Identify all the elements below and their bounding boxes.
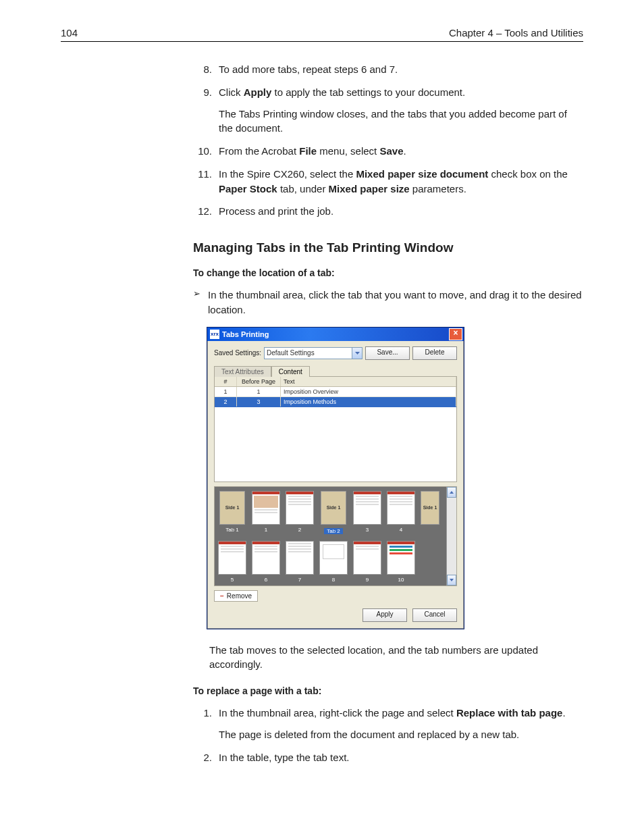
step-subparagraph: The Tabs Printing window closes, and the… (219, 107, 583, 136)
close-icon[interactable]: × (449, 328, 462, 340)
thumbnail-page[interactable]: 6 (251, 541, 281, 583)
thumbnail-page[interactable]: 10 (386, 541, 416, 583)
thumbnail-page[interactable]: 1 (251, 491, 281, 534)
tab-content[interactable]: Content (271, 366, 310, 377)
step-number: 8. (193, 62, 219, 77)
document-page: 104 Chapter 4 – Tools and Utilities 8. T… (0, 0, 644, 834)
step-text: In the thumbnail area, right-click the p… (219, 706, 583, 742)
scroll-up-icon[interactable] (447, 487, 456, 498)
dropdown-value: Default Settings (265, 349, 352, 357)
step-number: 2. (193, 750, 219, 765)
dialog-title: Tabs Printing (222, 330, 449, 338)
app-icon: xrx (210, 330, 219, 339)
step-number: 1. (193, 706, 219, 742)
thumbnail-page[interactable]: 7 (285, 541, 315, 583)
table-row[interactable]: 2 3 Imposition Methods (215, 397, 456, 407)
thumbnail-page[interactable]: 2 (285, 491, 315, 534)
step-text: In the table, type the tab text. (219, 750, 583, 765)
dialog-tabstrip: Text Attributes Content (214, 365, 457, 377)
thumbnail-area[interactable]: Side 1 Tab 1 1 2 Side 1 (214, 486, 457, 586)
scrollbar[interactable] (446, 487, 456, 585)
apply-button[interactable]: Apply (363, 608, 407, 622)
remove-button[interactable]: − Remove (214, 590, 258, 602)
section-heading: Managing Tabs in the Tab Printing Window (193, 240, 583, 255)
thumbnail-tab-partial[interactable]: Side 1 (420, 491, 440, 534)
thumbnail-page[interactable]: 9 (352, 541, 382, 583)
step-text: Process and print the job. (219, 204, 583, 219)
scroll-down-icon[interactable] (447, 575, 456, 585)
step-number: 10. (193, 144, 219, 159)
saved-settings-label: Saved Settings: (214, 349, 261, 357)
thumbnail-page[interactable]: 5 (217, 541, 247, 583)
dialog-titlebar[interactable]: xrx Tabs Printing × (207, 328, 464, 341)
procedure-label: To replace a page with a tab: (193, 685, 583, 696)
tabs-printing-dialog: xrx Tabs Printing × Saved Settings: Defa… (207, 327, 464, 629)
step-text: In the Spire CX260, select the Mixed pap… (219, 167, 583, 197)
grid-header-before[interactable]: Before Page (237, 377, 281, 386)
page-number: 104 (61, 27, 78, 38)
minus-icon: − (220, 592, 224, 600)
table-row[interactable]: 1 1 Imposition Overview (215, 387, 456, 397)
bullet-text: In the thumbnail area, click the tab tha… (208, 288, 583, 317)
after-dialog-paragraph: The tab moves to the selected location, … (209, 643, 583, 673)
chevron-down-icon[interactable] (352, 348, 362, 359)
grid-header-num[interactable]: # (215, 377, 237, 386)
thumbnail-page[interactable]: 3 (352, 491, 382, 534)
tab-text-attributes[interactable]: Text Attributes (214, 366, 271, 377)
page-header: 104 Chapter 4 – Tools and Utilities (61, 27, 583, 42)
thumbnail-page[interactable]: 4 (386, 491, 416, 534)
step-number: 9. (193, 85, 219, 136)
procedure-label: To change the location of a tab: (193, 267, 583, 278)
saved-settings-dropdown[interactable]: Default Settings (264, 347, 363, 359)
thumbnail-page[interactable]: 8 (319, 541, 348, 583)
step-text: From the Acrobat File menu, select Save. (219, 144, 583, 159)
thumbnail-tab[interactable]: Side 1 Tab 1 (217, 491, 247, 534)
bullet-item: ➢ In the thumbnail area, click the tab t… (193, 288, 583, 317)
step-text: Click Apply to apply the tab settings to… (219, 85, 583, 136)
step-number: 11. (193, 167, 219, 197)
delete-button[interactable]: Delete (412, 346, 457, 360)
tabs-grid: # Before Page Text 1 1 Imposition Overvi… (214, 377, 457, 482)
chapter-title: Chapter 4 – Tools and Utilities (449, 27, 583, 38)
instruction-list-top: 8. To add more tabs, repeat steps 6 and … (193, 62, 583, 219)
cancel-button[interactable]: Cancel (412, 608, 457, 622)
thumbnail-tab[interactable]: Side 1 Tab 2 (319, 491, 348, 534)
step-subparagraph: The page is deleted from the document an… (219, 727, 583, 742)
save-button[interactable]: Save... (365, 346, 410, 360)
instruction-list-replace: 1. In the thumbnail area, right-click th… (193, 706, 583, 764)
step-number: 12. (193, 204, 219, 219)
grid-header-text[interactable]: Text (281, 377, 456, 386)
step-text: To add more tabs, repeat steps 6 and 7. (219, 62, 583, 77)
arrow-icon: ➢ (193, 288, 208, 317)
